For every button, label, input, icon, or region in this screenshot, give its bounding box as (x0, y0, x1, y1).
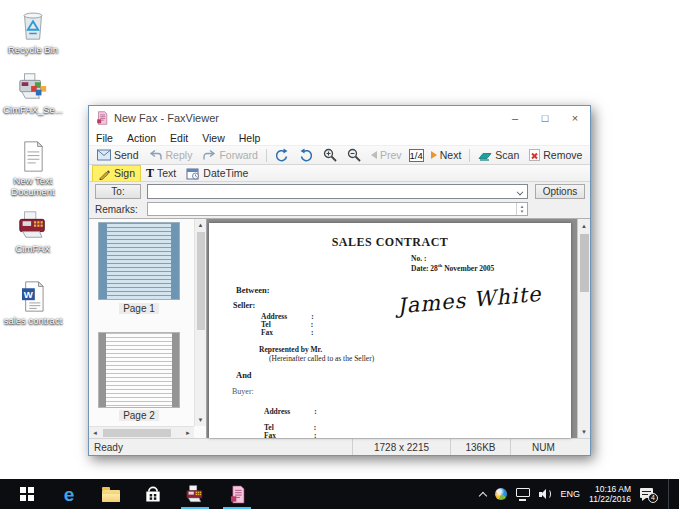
taskbar-cimfax-button[interactable] (174, 479, 216, 509)
contract-buyer: Buyer: (232, 387, 254, 396)
language-indicator[interactable]: ENG (561, 489, 581, 499)
desktop-icon-cimfax-setup[interactable]: CimFAX_Se... (2, 70, 64, 115)
desktop-icon-cimfax[interactable]: CimFAX (2, 209, 64, 254)
remove-button[interactable]: Remove (524, 148, 587, 162)
contract-hereinafter: (Hereinafter called to as the Seller) (269, 354, 374, 363)
network-icon[interactable] (516, 488, 530, 501)
recycle-bin-icon (17, 8, 49, 42)
to-button[interactable]: To: (95, 184, 141, 199)
menu-help[interactable]: Help (232, 132, 268, 144)
start-button[interactable] (6, 479, 48, 509)
menu-file[interactable]: File (89, 132, 120, 144)
desktop: Recycle Bin CimFAX_Se... New Text Docume… (0, 0, 679, 509)
scroll-right-icon[interactable]: ► (182, 427, 194, 438)
reply-button[interactable]: Reply (144, 148, 198, 162)
status-ready: Ready (89, 442, 352, 453)
clock-date: 11/22/2016 (589, 494, 631, 504)
remarks-input[interactable] (148, 203, 527, 215)
rotate-right-button[interactable] (294, 147, 318, 163)
taskbar-edge-button[interactable]: e (48, 479, 90, 509)
forward-icon (202, 149, 216, 161)
menu-edit[interactable]: Edit (163, 132, 195, 144)
taskbar-store-button[interactable] (132, 479, 174, 509)
status-numlock: NUM (510, 439, 576, 455)
fax-page[interactable]: SALES CONTRACT No. : Date: 28th November… (209, 223, 571, 438)
desktop-icon-label: CimFAX (2, 243, 64, 254)
thumbnail-vertical-scrollbar[interactable]: ▲ ▼ (194, 219, 206, 426)
fax-machine-icon (17, 209, 49, 241)
scroll-up-icon[interactable]: ▲ (578, 219, 590, 232)
next-page-button[interactable]: Next (426, 148, 467, 162)
notification-center-button[interactable]: 4 (640, 488, 655, 501)
show-desktop-button[interactable] (668, 479, 673, 509)
recipient-combobox[interactable] (147, 184, 528, 199)
scan-button[interactable]: Scan (473, 148, 524, 162)
datetime-icon (186, 167, 200, 180)
volume-icon[interactable] (539, 489, 552, 500)
minimize-button[interactable]: – (500, 106, 530, 130)
faxviewer-icon (228, 485, 247, 504)
signature-annotation[interactable]: James White (396, 280, 567, 319)
desktop-icon-sales-contract[interactable]: sales contract (2, 280, 64, 326)
seller-fax-row: Fax: (261, 328, 381, 337)
tray-chevron-up-icon[interactable] (478, 491, 486, 499)
file-explorer-icon (102, 490, 120, 502)
scroll-up-icon[interactable]: ▲ (195, 219, 206, 231)
scan-icon (478, 149, 492, 161)
cimfax-icon (185, 484, 205, 504)
resize-grip[interactable] (576, 439, 590, 455)
move-up-button[interactable]: ↑ Move Up (587, 148, 590, 162)
menu-bar: File Action Edit View Help (89, 130, 590, 146)
send-icon (97, 148, 111, 162)
remarks-field[interactable]: ▲ ▼ (147, 202, 528, 216)
maximize-button[interactable]: □ (530, 106, 560, 130)
desktop-icon-label: sales contract (2, 315, 64, 326)
page2-thumbnail[interactable] (98, 332, 180, 408)
zoom-out-icon (347, 148, 361, 162)
datetime-button[interactable]: DateTime (181, 166, 253, 181)
page-indicator-input[interactable]: 1/4 (409, 149, 424, 162)
zoom-in-button[interactable] (318, 147, 342, 163)
rotate-left-icon (275, 148, 289, 162)
remarks-spinner[interactable]: ▲ ▼ (516, 203, 527, 215)
tray-app-icon[interactable] (495, 488, 507, 500)
document-vertical-scrollbar[interactable]: ▲ ▼ (577, 219, 590, 438)
clock[interactable]: 10:16 AM 11/22/2016 (589, 484, 631, 504)
menu-view[interactable]: View (195, 132, 232, 144)
rotate-left-button[interactable] (270, 147, 294, 163)
prev-arrow-icon (371, 151, 377, 159)
system-tray: ENG 10:16 AM 11/22/2016 4 (480, 479, 679, 509)
scrollbar-thumb[interactable] (580, 234, 589, 292)
title-bar[interactable]: New Fax - FaxViewer – □ × (89, 106, 590, 130)
taskbar-faxviewer-button[interactable] (216, 479, 258, 509)
window-icon (95, 111, 109, 125)
zoom-out-button[interactable] (342, 147, 366, 163)
status-dimensions: 1728 x 2215 (352, 439, 450, 455)
thumbnail-horizontal-scrollbar[interactable]: ◄ ► (89, 426, 194, 438)
prev-page-button[interactable]: Prev (366, 148, 407, 162)
send-button[interactable]: Send (92, 147, 144, 163)
rotate-right-icon (299, 148, 313, 162)
contract-between: Between: (236, 285, 270, 295)
desktop-icon-new-text-document[interactable]: New Text Document (2, 140, 64, 197)
close-button[interactable]: × (560, 106, 590, 130)
options-button[interactable]: Options (535, 184, 585, 199)
taskbar-file-explorer-button[interactable] (90, 479, 132, 509)
contract-represented: Represented by Mr. (259, 345, 322, 354)
page1-thumbnail[interactable] (98, 222, 180, 300)
scrollbar-thumb[interactable] (103, 429, 171, 437)
menu-action[interactable]: Action (120, 132, 163, 144)
forward-button[interactable]: Forward (197, 148, 263, 162)
windows-logo-icon (20, 487, 34, 501)
contract-and: And (236, 370, 252, 380)
text-document-icon (18, 140, 48, 173)
scroll-down-icon[interactable]: ▼ (195, 414, 206, 426)
scroll-left-icon[interactable]: ◄ (89, 427, 101, 438)
recipient-input[interactable] (148, 185, 527, 198)
sign-button[interactable]: Sign (92, 165, 141, 182)
desktop-icon-recycle-bin[interactable]: Recycle Bin (2, 8, 64, 55)
scroll-down-icon[interactable]: ▼ (578, 425, 590, 438)
sign-pen-icon (98, 167, 111, 180)
scrollbar-thumb[interactable] (197, 232, 205, 330)
text-tool-button[interactable]: T Text (141, 166, 181, 180)
